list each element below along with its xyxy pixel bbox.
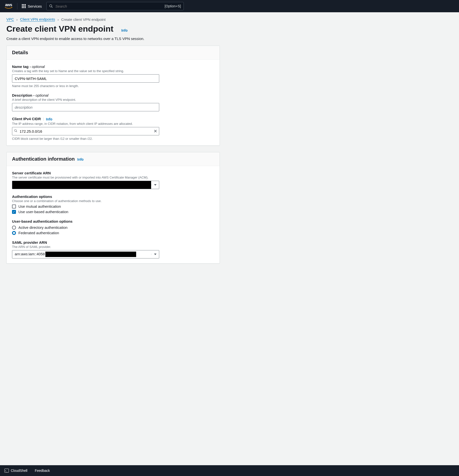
federated-auth-label: Federated authentication <box>18 231 59 235</box>
user-based-auth-checkbox[interactable]: ✓ Use user-based authentication <box>12 210 214 214</box>
page-title: Create client VPN endpoint <box>0 24 120 33</box>
search-bar[interactable]: [Option+S] <box>46 2 184 10</box>
name-tag-label: Name tag - optional <box>12 64 214 69</box>
aws-logo-text: aws <box>5 3 12 7</box>
divider <box>17 3 17 9</box>
search-icon <box>14 129 17 133</box>
user-based-options-label: User-based authentication options <box>12 219 214 223</box>
divider <box>43 117 44 121</box>
cidr-help-below: CIDR block cannot be larger than /12 or … <box>12 137 214 141</box>
clear-icon[interactable]: ✕ <box>154 129 157 134</box>
radio-checked-icon <box>12 231 16 235</box>
svg-point-0 <box>50 5 52 7</box>
auth-title: Authentication information <box>12 156 75 162</box>
mutual-auth-checkbox[interactable]: Use mutual authentication <box>12 204 214 208</box>
auth-card: Authentication information Info Server c… <box>6 152 220 264</box>
breadcrumb: VPC › Client VPN endpoints › Create clie… <box>0 12 459 24</box>
user-based-auth-label: Use user-based authentication <box>18 210 68 214</box>
auth-options-label: Authentication options <box>12 194 214 199</box>
auth-options-field: Authentication options Choose one or a c… <box>12 194 214 214</box>
ad-auth-label: Active directory authentication <box>18 225 67 230</box>
info-link-header[interactable]: Info <box>121 28 128 32</box>
name-tag-help: Creates a tag with the key set to Name a… <box>12 69 214 73</box>
page-content: VPC › Client VPN endpoints › Create clie… <box>0 12 459 465</box>
server-cert-label: Server certificate ARN <box>12 171 214 175</box>
redacted-value <box>45 252 136 257</box>
caret-down-icon <box>151 254 159 255</box>
server-cert-field: Server certificate ARN The server certif… <box>12 171 214 189</box>
search-icon <box>49 4 53 8</box>
details-card: Details Name tag - optional Creates a ta… <box>6 46 220 146</box>
breadcrumb-vpc[interactable]: VPC <box>6 17 14 22</box>
ad-auth-radio[interactable]: Active directory authentication <box>12 225 214 230</box>
info-link-cidr[interactable]: Info <box>46 117 52 121</box>
name-tag-field: Name tag - optional Creates a tag with t… <box>12 64 214 88</box>
details-header: Details <box>7 46 220 60</box>
page-subtitle: Create a client VPN endpoint to enable a… <box>0 34 459 46</box>
grid-icon <box>22 4 26 8</box>
description-label: Description - optional <box>12 93 214 97</box>
saml-arn-help: The ARN of SAML provider. <box>12 245 214 249</box>
radio-icon <box>12 226 16 230</box>
saml-arn-field: SAML provider ARN The ARN of SAML provid… <box>12 240 214 258</box>
services-menu[interactable]: Services <box>22 4 42 8</box>
server-cert-help: The server certificate must be provision… <box>12 176 214 179</box>
svg-point-2 <box>14 129 16 131</box>
cidr-label: Client IPv4 CIDR <box>12 117 41 121</box>
breadcrumb-endpoints[interactable]: Client VPN endpoints <box>20 17 55 22</box>
details-title: Details <box>12 50 28 55</box>
auth-header: Authentication information Info <box>7 152 220 166</box>
federated-auth-radio[interactable]: Federated authentication <box>12 231 214 235</box>
name-tag-input[interactable] <box>12 74 159 83</box>
chevron-right-icon: › <box>16 17 18 22</box>
mutual-auth-label: Use mutual authentication <box>18 204 61 208</box>
search-input[interactable] <box>55 4 162 8</box>
saml-arn-select[interactable]: arn:aws:iam::4058 <box>12 250 159 258</box>
svg-line-3 <box>16 131 17 132</box>
search-shortcut: [Option+S] <box>165 4 181 8</box>
server-cert-select[interactable] <box>12 181 159 189</box>
auth-options-help: Choose one or a combination of authentic… <box>12 199 214 203</box>
svg-line-1 <box>52 7 52 8</box>
top-nav: aws Services [Option+S] <box>0 0 459 12</box>
chevron-right-icon: › <box>57 17 59 22</box>
description-field: Description - optional A brief descripti… <box>12 93 214 111</box>
services-label: Services <box>28 4 42 8</box>
breadcrumb-current: Create client VPN endpoint <box>61 17 105 22</box>
caret-down-icon <box>151 184 159 186</box>
saml-arn-value: arn:aws:iam::4058 <box>12 252 151 257</box>
aws-swoosh-icon <box>4 7 13 9</box>
name-tag-help-below: Name must be 255 characters or less in l… <box>12 84 214 88</box>
checkbox-icon <box>12 205 16 208</box>
redacted-value <box>12 181 151 189</box>
info-link-auth[interactable]: Info <box>77 157 84 161</box>
description-input[interactable] <box>12 103 159 111</box>
cidr-field: Client IPv4 CIDR Info The IP address ran… <box>12 117 214 141</box>
cidr-input[interactable] <box>12 127 159 135</box>
saml-arn-label: SAML provider ARN <box>12 240 214 244</box>
description-help: A brief description of the client VPN en… <box>12 98 214 102</box>
checkbox-checked-icon: ✓ <box>12 210 16 214</box>
cidr-help: The IP address range, in CIDR notation, … <box>12 122 214 126</box>
aws-logo[interactable]: aws <box>4 3 13 9</box>
user-based-options-field: User-based authentication options Active… <box>12 219 214 235</box>
